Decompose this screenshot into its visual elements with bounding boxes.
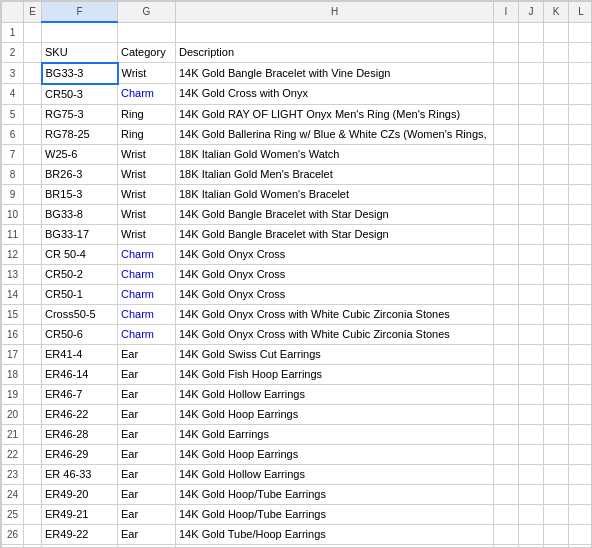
cell-j[interactable] bbox=[519, 404, 544, 424]
cell-i[interactable] bbox=[494, 384, 519, 404]
cell-sku[interactable]: RG78-25 bbox=[42, 124, 118, 144]
cell-j[interactable] bbox=[519, 224, 544, 244]
cell-category[interactable]: Ear bbox=[118, 544, 176, 548]
cell-j[interactable] bbox=[519, 464, 544, 484]
cell-category[interactable]: Ear bbox=[118, 384, 176, 404]
cell-i[interactable] bbox=[494, 544, 519, 548]
col-header-k[interactable]: K bbox=[544, 2, 569, 23]
cell-l[interactable] bbox=[569, 144, 593, 164]
cell-l[interactable] bbox=[569, 364, 593, 384]
cell-j[interactable] bbox=[519, 264, 544, 284]
cell-j[interactable] bbox=[519, 364, 544, 384]
cell-category[interactable]: Ear bbox=[118, 504, 176, 524]
cell-l[interactable] bbox=[569, 504, 593, 524]
cell-i[interactable] bbox=[494, 524, 519, 544]
cell-l[interactable] bbox=[569, 324, 593, 344]
cell-l[interactable] bbox=[569, 63, 593, 84]
cell-e[interactable] bbox=[24, 444, 42, 464]
cell-j[interactable] bbox=[519, 42, 544, 63]
cell-i[interactable] bbox=[494, 424, 519, 444]
cell-category[interactable]: Wrist bbox=[118, 184, 176, 204]
cell-e[interactable] bbox=[24, 204, 42, 224]
cell-i[interactable] bbox=[494, 444, 519, 464]
cell-j[interactable] bbox=[519, 144, 544, 164]
cell-i[interactable] bbox=[494, 124, 519, 144]
cell-sku[interactable]: Cross50-5 bbox=[42, 304, 118, 324]
cell-l[interactable] bbox=[569, 22, 593, 42]
cell-sku[interactable]: ER49-21 bbox=[42, 504, 118, 524]
cell-sku[interactable]: ER46-22 bbox=[42, 404, 118, 424]
cell-j[interactable] bbox=[519, 204, 544, 224]
cell-category[interactable]: Ear bbox=[118, 424, 176, 444]
cell-k[interactable] bbox=[544, 304, 569, 324]
cell-i[interactable] bbox=[494, 264, 519, 284]
cell-k[interactable] bbox=[544, 124, 569, 144]
cell-category[interactable]: Charm bbox=[118, 244, 176, 264]
cell-k[interactable] bbox=[544, 484, 569, 504]
cell-e[interactable] bbox=[24, 304, 42, 324]
cell-description[interactable]: 14K Gold Ruby Colored Cubic Zirconia Ear… bbox=[176, 544, 494, 548]
cell-k[interactable] bbox=[544, 544, 569, 548]
cell-l[interactable] bbox=[569, 42, 593, 63]
cell-j[interactable] bbox=[519, 63, 544, 84]
cell-j[interactable] bbox=[519, 104, 544, 124]
cell-j[interactable] bbox=[519, 84, 544, 105]
cell-e[interactable] bbox=[24, 144, 42, 164]
cell-j[interactable] bbox=[519, 184, 544, 204]
cell-category[interactable]: Charm bbox=[118, 284, 176, 304]
cell-j[interactable] bbox=[519, 164, 544, 184]
col-header-l[interactable]: L bbox=[569, 2, 593, 23]
cell-sku[interactable]: ER49-22 bbox=[42, 524, 118, 544]
cell-j[interactable] bbox=[519, 22, 544, 42]
cell-description[interactable]: 14K Gold Swiss Cut Earrings bbox=[176, 344, 494, 364]
cell-k[interactable] bbox=[544, 524, 569, 544]
cell-e[interactable] bbox=[24, 264, 42, 284]
cell-description[interactable]: 14K Gold RAY OF LIGHT Onyx Men's Ring (M… bbox=[176, 104, 494, 124]
cell-description[interactable]: Description bbox=[176, 42, 494, 63]
cell-description[interactable]: 14K Gold Cross with Onyx bbox=[176, 84, 494, 105]
cell-j[interactable] bbox=[519, 124, 544, 144]
cell-k[interactable] bbox=[544, 184, 569, 204]
cell-k[interactable] bbox=[544, 244, 569, 264]
cell-l[interactable] bbox=[569, 264, 593, 284]
cell-e[interactable] bbox=[24, 84, 42, 105]
cell-k[interactable] bbox=[544, 464, 569, 484]
cell-sku[interactable]: ER49-20 bbox=[42, 484, 118, 504]
cell-category[interactable]: Ear bbox=[118, 404, 176, 424]
cell-sku[interactable]: SKU bbox=[42, 42, 118, 63]
cell-k[interactable] bbox=[544, 404, 569, 424]
cell-l[interactable] bbox=[569, 304, 593, 324]
cell-category[interactable]: Charm bbox=[118, 324, 176, 344]
cell-i[interactable] bbox=[494, 164, 519, 184]
cell-description[interactable]: 14K Gold Fish Hoop Earrings bbox=[176, 364, 494, 384]
cell-sku[interactable]: CR50-6 bbox=[42, 324, 118, 344]
cell-k[interactable] bbox=[544, 63, 569, 84]
cell-description[interactable]: 14K Gold Hollow Earrings bbox=[176, 384, 494, 404]
cell-i[interactable] bbox=[494, 204, 519, 224]
cell-l[interactable] bbox=[569, 124, 593, 144]
cell-sku[interactable]: ER41-4 bbox=[42, 344, 118, 364]
cell-sku[interactable]: ER80-63 bbox=[42, 544, 118, 548]
cell-k[interactable] bbox=[544, 42, 569, 63]
cell-category[interactable]: Wrist bbox=[118, 224, 176, 244]
cell-j[interactable] bbox=[519, 424, 544, 444]
cell-e[interactable] bbox=[24, 244, 42, 264]
cell-i[interactable] bbox=[494, 404, 519, 424]
cell-k[interactable] bbox=[544, 224, 569, 244]
cell-l[interactable] bbox=[569, 444, 593, 464]
cell-j[interactable] bbox=[519, 244, 544, 264]
cell-sku[interactable]: ER46-29 bbox=[42, 444, 118, 464]
cell-i[interactable] bbox=[494, 224, 519, 244]
cell-sku[interactable]: CR50-2 bbox=[42, 264, 118, 284]
cell-l[interactable] bbox=[569, 184, 593, 204]
cell-k[interactable] bbox=[544, 504, 569, 524]
cell-e[interactable] bbox=[24, 124, 42, 144]
cell-category[interactable]: Ear bbox=[118, 444, 176, 464]
cell-k[interactable] bbox=[544, 84, 569, 105]
cell-description[interactable]: 14K Gold Onyx Cross with White Cubic Zir… bbox=[176, 304, 494, 324]
cell-j[interactable] bbox=[519, 344, 544, 364]
cell-sku[interactable]: ER46-7 bbox=[42, 384, 118, 404]
cell-description[interactable]: 14K Gold Ballerina Ring w/ Blue & White … bbox=[176, 124, 494, 144]
cell-j[interactable] bbox=[519, 524, 544, 544]
cell-l[interactable] bbox=[569, 164, 593, 184]
